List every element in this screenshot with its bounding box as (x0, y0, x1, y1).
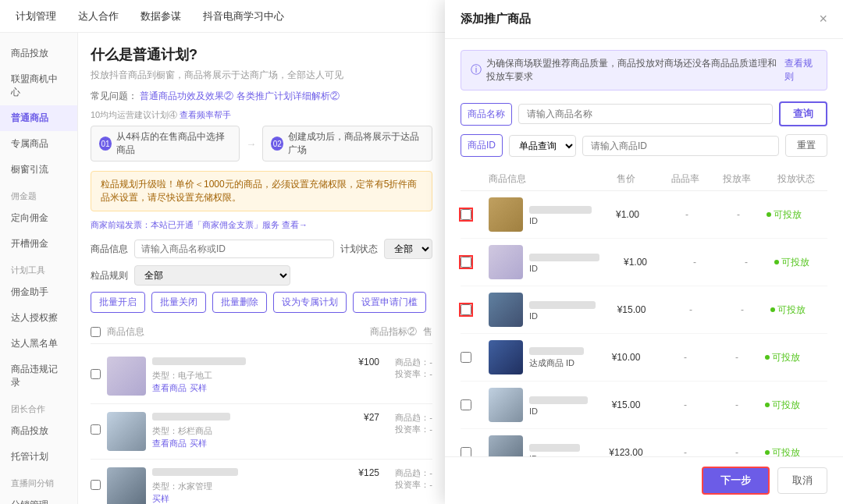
modal-quality-5: - (662, 399, 709, 410)
modal-product-img-1 (489, 197, 523, 232)
modal-header: 添加推广商品 × (445, 0, 843, 39)
product-link-3a[interactable]: 买样 (152, 494, 169, 503)
step-2-text: 创建成功后，商品将展示于达品广场 (288, 130, 424, 157)
modal-table-row: ID ¥15.00 - - 可投放 (461, 382, 827, 429)
sidebar-item-fixed-commission[interactable]: 定向佣金 (0, 205, 77, 231)
col-quality: 品品率 (662, 172, 709, 186)
id-search-input[interactable] (582, 136, 779, 156)
notice-link[interactable]: 查看规则 (784, 57, 817, 83)
nav-item-data[interactable]: 数据参谋 (137, 9, 184, 23)
section-group: 团长合作 (0, 396, 77, 418)
modal-quality-6: - (662, 447, 709, 456)
main-content: 什么是普通计划? 投放抖音商品到橱窗，商品将展示于达商广场，全部达人可见 常见问… (78, 33, 445, 504)
status-select[interactable]: 全部 (384, 239, 432, 259)
sidebar-item-group-product[interactable]: 商品投放 (0, 418, 77, 444)
btn-set-threshold[interactable]: 设置申请门槛 (353, 292, 426, 313)
product-link-1a[interactable]: 查看商品 (152, 383, 187, 392)
modal-row-checkbox-6[interactable] (461, 447, 471, 456)
page-desc: 投放抖音商品到橱窗，商品将展示于达商广场，全部达人可见 (91, 69, 432, 82)
step-arrow: → (246, 138, 256, 150)
table-row: 类型：水家管理 买样 ¥125 商品趋：-投资率：- (91, 460, 432, 504)
row-checkbox-3[interactable] (91, 480, 101, 490)
sidebar-item-showcase[interactable]: 橱窗引流 (0, 157, 77, 183)
sidebar-item-alliance[interactable]: 联盟商机中心 (0, 66, 77, 105)
modal-status-1: 可投放 (767, 208, 829, 222)
faq-link-2[interactable]: 各类推广计划详细解析② (237, 91, 340, 101)
col-metrics: 商品指标② (370, 325, 417, 339)
modal-row-checkbox-5[interactable] (461, 399, 471, 410)
modal-table-row: 达成商品 ID ¥10.00 - - 可投放 (461, 334, 827, 382)
sidebar-item-talent-blacklist[interactable]: 达人黑名单 (0, 331, 77, 357)
modal-close-button[interactable]: × (819, 11, 827, 27)
btn-batch-delete[interactable]: 批量删除 (212, 292, 267, 313)
sidebar-item-product-placement[interactable]: 商品投放 (0, 41, 77, 66)
product-info-2: 类型：杉栏商品 查看商品 买样 (152, 412, 318, 449)
modal-price-5: ¥15.00 (595, 399, 657, 410)
id-query-type[interactable]: 单品查询 (509, 135, 576, 157)
modal-table-header: 商品信息 售价 品品率 投放率 投放状态 (461, 168, 827, 191)
modal-row-checkbox-3[interactable] (461, 304, 471, 315)
modal-row-checkbox-4[interactable] (461, 352, 471, 363)
modal-price-4: ¥10.00 (595, 352, 657, 363)
faq-link-1[interactable]: 普通商品功效及效果② (140, 91, 233, 101)
row-checkbox-2[interactable] (91, 424, 101, 435)
rule-select[interactable]: 全部 (134, 265, 290, 286)
steps-link[interactable]: 查看频率帮手 (180, 110, 231, 119)
product-link-2b[interactable]: 买样 (190, 438, 207, 448)
product-price-3: ¥125 (325, 467, 379, 478)
modal-panel: 添加推广商品 × ⓘ 为确保商场联盟推荐商品质量，商品投放对商场还没各商品品质道… (445, 0, 843, 504)
cancel-button[interactable]: 取消 (777, 467, 827, 494)
select-all-checkbox[interactable] (91, 327, 101, 337)
product-link-2a[interactable]: 查看商品 (152, 438, 187, 448)
modal-title: 添加推广商品 (461, 12, 531, 27)
col-info: 商品信息 (107, 325, 144, 339)
next-step-button[interactable]: 下一步 (702, 467, 770, 495)
modal-table-row: ID ¥1.00 - - 可投放 (461, 239, 827, 286)
sidebar: 商品投放 联盟商机中心 普通商品 专属商品 橱窗引流 佣金题 定向佣金 开槽佣金… (0, 33, 78, 504)
sidebar-item-normal-product[interactable]: 普通商品 (0, 105, 77, 131)
product-img-1 (107, 357, 146, 396)
nav-item-plan[interactable]: 计划管理 (12, 9, 59, 23)
sidebar-item-distribution[interactable]: 分销管理 (0, 492, 77, 504)
sidebar-item-managed-plan[interactable]: 托管计划 (0, 444, 77, 470)
product-link-1b[interactable]: 买样 (190, 383, 207, 392)
modal-row-checkbox-2[interactable] (461, 257, 471, 268)
sidebar-item-commission-helper[interactable]: 佣金助手 (0, 279, 77, 305)
product-search-input[interactable] (134, 240, 334, 258)
btn-batch-disable[interactable]: 批量关闭 (151, 292, 206, 313)
status-label: 计划状态 (340, 243, 378, 256)
search-button[interactable]: 查询 (779, 101, 827, 126)
name-search-input[interactable] (518, 104, 773, 124)
sidebar-item-talent-auth[interactable]: 达人授权擦 (0, 305, 77, 331)
product-status-1: 商品趋：-投资率：- (386, 357, 432, 380)
modal-product-img-6 (489, 435, 523, 456)
modal-price-1: ¥1.00 (596, 209, 659, 220)
reset-button[interactable]: 重置 (785, 134, 827, 157)
modal-notice: ⓘ 为确保商场联盟推荐商品质量，商品投放对商场还没各商品品质道理和投放车要求 查… (461, 50, 827, 91)
step-2-num: 02 (271, 137, 283, 151)
sidebar-item-exclusive-product[interactable]: 专属商品 (0, 131, 77, 157)
modal-row-checkbox-1[interactable] (461, 209, 471, 220)
filter-label: 商品信息 (91, 243, 128, 256)
product-name-1 (152, 357, 318, 367)
product-img-3 (107, 467, 146, 504)
row-checkbox-1[interactable] (91, 369, 101, 379)
nav-item-learn[interactable]: 抖音电商学习中心 (200, 9, 287, 23)
notice-text: 为确保商场联盟推荐商品质量，商品投放对商场还没各商品品质道理和投放车要求 (486, 57, 780, 83)
product-name-2 (152, 412, 318, 423)
nav-item-talent[interactable]: 达人合作 (75, 9, 122, 23)
modal-status-6: 可投放 (765, 446, 827, 457)
open-notice[interactable]: 商家前端发票：本站已开通「商家佣金支票」服务 查看→ (91, 219, 432, 231)
rule-notice: 粒品规划升级啦！单价＜1000元的商品，必须设置充储权限，定常有5折件商品米设置… (91, 171, 432, 211)
modal-price-2: ¥1.00 (604, 257, 667, 268)
sidebar-item-slot-commission[interactable]: 开槽佣金 (0, 231, 77, 257)
product-status-2: 商品趋：-投资率：- (386, 412, 432, 435)
modal-product-cell-6: ID (489, 435, 590, 456)
modal-status-4: 可投放 (765, 351, 827, 364)
sidebar-item-violation-record[interactable]: 商品违规记录 (0, 357, 77, 396)
modal-invest-3: - (719, 304, 766, 315)
name-input-wrap (518, 104, 773, 124)
modal-product-img-2 (489, 245, 523, 279)
btn-set-exclusive[interactable]: 设为专属计划 (273, 292, 347, 313)
btn-batch-enable[interactable]: 批量开启 (91, 292, 145, 313)
